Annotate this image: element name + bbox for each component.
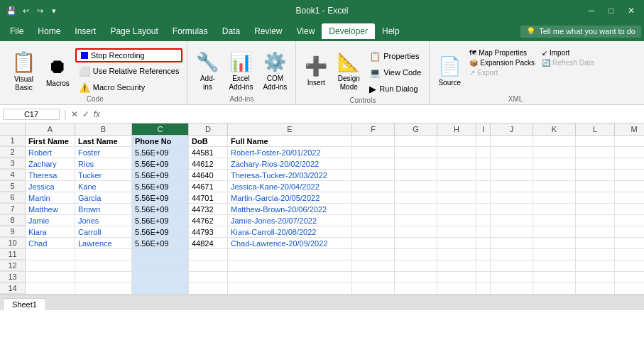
cell-J10[interactable] xyxy=(491,238,533,248)
cell-D12[interactable] xyxy=(189,260,228,271)
row-number-14[interactable]: 14 xyxy=(0,283,26,294)
cell-G11[interactable] xyxy=(395,249,437,260)
cell-D4[interactable]: 44640 xyxy=(189,170,228,180)
cell-K10[interactable] xyxy=(533,238,576,248)
cell-J11[interactable] xyxy=(491,249,533,260)
menu-data[interactable]: Data xyxy=(215,23,247,39)
cell-M1[interactable] xyxy=(615,136,644,146)
cell-L12[interactable] xyxy=(576,260,615,271)
cell-L10[interactable] xyxy=(576,238,615,248)
col-header-m[interactable]: M xyxy=(615,123,644,135)
cell-E11[interactable] xyxy=(228,249,352,260)
cell-M12[interactable] xyxy=(615,260,644,271)
cell-M8[interactable] xyxy=(615,215,644,226)
cell-G2[interactable] xyxy=(395,147,437,158)
menu-developer[interactable]: Developer xyxy=(322,23,375,39)
cell-M9[interactable] xyxy=(615,226,644,237)
com-add-ins-button[interactable]: ⚙️ COMAdd-ins xyxy=(258,47,291,95)
stop-recording-button[interactable]: Stop Recording xyxy=(75,48,183,62)
cell-F4[interactable] xyxy=(352,170,395,180)
cell-A5[interactable]: Jessica xyxy=(26,181,75,192)
cell-D13[interactable] xyxy=(189,272,228,282)
excel-add-ins-button[interactable]: 📊 ExcelAdd-ins xyxy=(224,47,257,95)
menu-review[interactable]: Review xyxy=(247,23,289,39)
redo-icon[interactable]: ↪ xyxy=(34,5,45,16)
cell-C2[interactable]: 5.56E+09 xyxy=(132,147,189,158)
cell-L9[interactable] xyxy=(576,226,615,237)
cell-H14[interactable] xyxy=(437,283,476,294)
cell-D11[interactable] xyxy=(189,249,228,260)
cell-H8[interactable] xyxy=(437,215,476,226)
row-number-1[interactable]: 1 xyxy=(0,136,26,146)
cell-D2[interactable]: 44581 xyxy=(189,147,228,158)
row-number-6[interactable]: 6 xyxy=(0,192,26,203)
cell-H9[interactable] xyxy=(437,226,476,237)
cell-E7[interactable]: Matthew-Brown-20/06/2022 xyxy=(228,204,352,214)
expansion-packs-button[interactable]: 📦 Expansion Packs xyxy=(466,58,537,67)
col-header-i[interactable]: I xyxy=(476,123,491,135)
cell-J5[interactable] xyxy=(491,181,533,192)
cell-H13[interactable] xyxy=(437,272,476,282)
cell-I3[interactable] xyxy=(476,158,491,169)
cell-M13[interactable] xyxy=(615,272,644,282)
cell-C7[interactable]: 5.56E+09 xyxy=(132,204,189,214)
cell-D8[interactable]: 44762 xyxy=(189,215,228,226)
cell-C10[interactable]: 5.56E+09 xyxy=(132,238,189,248)
cell-H6[interactable] xyxy=(437,192,476,203)
cell-J2[interactable] xyxy=(491,147,533,158)
cell-E13[interactable] xyxy=(228,272,352,282)
visual-basic-button[interactable]: 📋 VisualBasic xyxy=(7,47,40,95)
insert-controls-button[interactable]: ➕ Insert xyxy=(300,47,332,95)
cell-M4[interactable] xyxy=(615,170,644,180)
cell-C1[interactable]: Phone No xyxy=(132,136,189,146)
run-dialog-button[interactable]: ▶ Run Dialog xyxy=(366,81,425,97)
cell-G12[interactable] xyxy=(395,260,437,271)
row-number-13[interactable]: 13 xyxy=(0,272,26,282)
cell-F7[interactable] xyxy=(352,204,395,214)
cell-D1[interactable]: DoB xyxy=(189,136,228,146)
cell-I11[interactable] xyxy=(476,249,491,260)
menu-file[interactable]: File xyxy=(3,23,31,39)
cell-K14[interactable] xyxy=(533,283,576,294)
cell-K12[interactable] xyxy=(533,260,576,271)
cell-A13[interactable] xyxy=(26,272,75,282)
tell-me-search[interactable]: 💡 Tell me what you want to do xyxy=(520,26,641,38)
cell-H1[interactable] xyxy=(437,136,476,146)
cell-A11[interactable] xyxy=(26,249,75,260)
cell-L2[interactable] xyxy=(576,147,615,158)
view-code-button[interactable]: 💻 View Code xyxy=(366,65,425,80)
cell-L13[interactable] xyxy=(576,272,615,282)
cell-E3[interactable]: Zachary-Rios-20/02/2022 xyxy=(228,158,352,169)
cell-I4[interactable] xyxy=(476,170,491,180)
cell-D3[interactable]: 44612 xyxy=(189,158,228,169)
cell-F8[interactable] xyxy=(352,215,395,226)
cell-B10[interactable]: Lawrence xyxy=(75,238,132,248)
menu-help[interactable]: Help xyxy=(375,23,407,39)
cell-B7[interactable]: Brown xyxy=(75,204,132,214)
menu-view[interactable]: View xyxy=(290,23,322,39)
cell-H7[interactable] xyxy=(437,204,476,214)
col-header-j[interactable]: J xyxy=(491,123,533,135)
cell-K4[interactable] xyxy=(533,170,576,180)
cell-A8[interactable]: Jamie xyxy=(26,215,75,226)
col-header-l[interactable]: L xyxy=(576,123,615,135)
properties-button[interactable]: 📋 Properties xyxy=(366,48,425,64)
cell-J8[interactable] xyxy=(491,215,533,226)
cell-C3[interactable]: 5.56E+09 xyxy=(132,158,189,169)
cell-E14[interactable] xyxy=(228,283,352,294)
cell-F1[interactable] xyxy=(352,136,395,146)
cell-I9[interactable] xyxy=(476,226,491,237)
cell-F3[interactable] xyxy=(352,158,395,169)
menu-formulas[interactable]: Formulas xyxy=(165,23,215,39)
cell-A10[interactable]: Chad xyxy=(26,238,75,248)
cell-B4[interactable]: Tucker xyxy=(75,170,132,180)
cell-J12[interactable] xyxy=(491,260,533,271)
cell-M11[interactable] xyxy=(615,249,644,260)
cell-C11[interactable] xyxy=(132,249,189,260)
cell-B3[interactable]: Rios xyxy=(75,158,132,169)
cell-I7[interactable] xyxy=(476,204,491,214)
cell-G7[interactable] xyxy=(395,204,437,214)
cell-H10[interactable] xyxy=(437,238,476,248)
cell-M5[interactable] xyxy=(615,181,644,192)
cell-B14[interactable] xyxy=(75,283,132,294)
